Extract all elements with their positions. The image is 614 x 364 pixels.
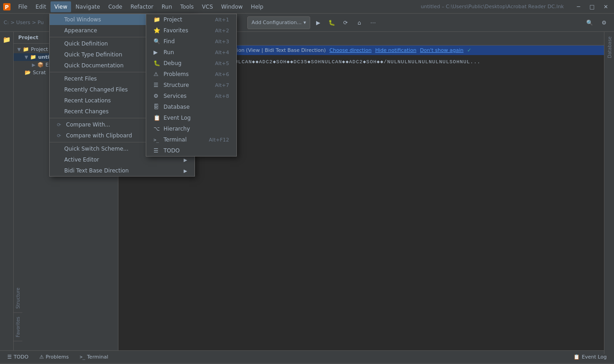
menu-navigate[interactable]: Navigate [72, 1, 104, 12]
terminal-icon: >_ [80, 354, 85, 359]
compare-clipboard-icon: ⟳ [57, 133, 64, 139]
add-config-dropdown-icon: ▾ [303, 20, 306, 25]
tw-hierarchy-icon: ⌥ [154, 126, 162, 132]
title-bar: untitled – C:\Users\Public\Desktop\Acrob… [421, 4, 564, 10]
recent-changes-label: Recent Changes [64, 108, 142, 115]
tw-event-log[interactable]: 📋 Event Log [146, 112, 236, 123]
dont-show-again-button[interactable]: Don't show again [420, 47, 463, 53]
tw-debug-label: Debug [164, 60, 215, 66]
tw-hierarchy[interactable]: ⌥ Hierarchy [146, 123, 236, 134]
tw-run-shortcut: Alt+4 [215, 50, 229, 56]
tw-project[interactable]: 📁 Project Alt+1 [146, 14, 236, 25]
quick-documentation-label: Quick Documentation [64, 62, 159, 69]
run-button[interactable]: ▶ [312, 16, 325, 29]
tw-todo-label: TODO [164, 147, 229, 154]
tw-terminal-icon: >_ [154, 137, 162, 142]
close-btn[interactable]: ✕ [599, 0, 612, 13]
menu-code[interactable]: Code [105, 1, 126, 12]
tree-arrow-2: ▼ [25, 55, 28, 60]
problems-panel-tab[interactable]: ⚠ Problems [36, 353, 72, 361]
tw-structure-shortcut: Alt+7 [215, 82, 229, 88]
tw-favorites-icon: ⭐ [154, 27, 162, 34]
search-everywhere-button[interactable]: 🔍 [583, 16, 596, 29]
menu-help[interactable]: Help [247, 1, 267, 12]
more-button[interactable]: ⋯ [367, 16, 379, 29]
tw-run[interactable]: ▶ Run Alt+4 [146, 47, 236, 58]
tw-find[interactable]: 🔍 Find Alt+3 [146, 36, 236, 47]
active-editor-label: Active Editor [64, 157, 180, 163]
active-editor-arrow-icon: ▶ [184, 157, 187, 162]
tw-structure-icon: ☰ [154, 82, 162, 88]
add-configuration-button[interactable]: Add Configuration... ▾ [247, 16, 310, 29]
bidi-text-arrow-icon: ▶ [184, 168, 187, 173]
terminal-panel-tab[interactable]: >_ Terminal [76, 353, 112, 361]
add-config-label: Add Configuration... [251, 20, 302, 25]
tw-problems-label: Problems [164, 71, 215, 77]
tw-project-shortcut: Alt+1 [215, 17, 229, 23]
tw-database[interactable]: 🗄 Database [146, 101, 236, 112]
favorites-vertical-tab[interactable]: Favorites [14, 313, 22, 341]
tw-terminal[interactable]: >_ Terminal Alt+F12 [146, 134, 236, 145]
event-log-tab[interactable]: 📋 Event Log [570, 353, 610, 361]
tw-problems[interactable]: ⚠ Problems Alt+6 [146, 69, 236, 80]
right-panel-tabs: Database [604, 32, 614, 354]
tw-terminal-label: Terminal [164, 136, 209, 143]
tw-favorites[interactable]: ⭐ Favorites Alt+2 [146, 25, 236, 36]
tw-services-icon: ⚙ [154, 93, 162, 99]
tw-services[interactable]: ⚙ Services Alt+8 [146, 91, 236, 101]
menu-vcs[interactable]: VCS [198, 1, 216, 12]
tw-todo[interactable]: ☰ TODO [146, 145, 236, 156]
view-menu-bidi-text[interactable]: Bidi Text Base Direction ▶ [50, 165, 194, 176]
tw-problems-shortcut: Alt+6 [215, 71, 229, 77]
maximize-btn[interactable]: □ [586, 0, 599, 13]
menu-file[interactable]: File [15, 1, 31, 12]
event-log-label: Event Log [582, 354, 607, 360]
project-sidebar-icon[interactable]: 📁 [1, 34, 13, 46]
tree-icon-4: 📂 [25, 70, 31, 76]
debug-button[interactable]: 🐛 [326, 16, 338, 29]
menu-view[interactable]: View [51, 1, 71, 12]
tw-run-label: Run [164, 49, 215, 56]
tw-services-shortcut: Alt+8 [215, 93, 229, 99]
breadcrumb: C: > Users > Pu [4, 20, 44, 25]
menu-run[interactable]: Run [158, 1, 176, 12]
hide-notification-button[interactable]: Hide notification [375, 47, 416, 53]
problems-label: Problems [46, 354, 69, 360]
left-sidebar: 📁 [0, 32, 14, 350]
event-log-icon: 📋 [573, 354, 580, 360]
left-vertical-tabs: Structure Favorites [14, 284, 22, 341]
tw-terminal-shortcut: Alt+F12 [209, 137, 229, 143]
profile-button[interactable]: ⌂ [353, 16, 366, 29]
tree-icon-3: 📦 [37, 62, 44, 68]
settings-button[interactable]: ⚙ [598, 16, 610, 29]
tree-icon: 📁 [23, 46, 29, 52]
compare-with-icon: ⟳ [57, 122, 64, 128]
tw-project-label: Project [164, 16, 215, 23]
tw-services-label: Services [164, 93, 215, 99]
tree-icon-2: 📁 [30, 54, 36, 60]
todo-icon: ☰ [7, 354, 12, 360]
tw-favorites-label: Favorites [164, 27, 215, 34]
structure-vertical-tab[interactable]: Structure [14, 284, 22, 313]
tw-debug-icon: 🐛 [154, 60, 162, 66]
choose-direction-button[interactable]: Choose direction [329, 47, 371, 53]
menu-tools[interactable]: Tools [177, 1, 198, 12]
database-panel-tab[interactable]: Database [604, 32, 614, 63]
terminal-label: Terminal [87, 354, 108, 360]
menu-refactor[interactable]: Refactor [127, 1, 157, 12]
coverage-button[interactable]: ⟳ [339, 16, 352, 29]
svg-text:P: P [5, 4, 9, 10]
tw-project-icon: 📁 [154, 16, 162, 23]
todo-label: TODO [14, 354, 29, 360]
tw-structure-label: Structure [164, 82, 215, 88]
menu-edit[interactable]: Edit [32, 1, 50, 12]
tool-windows-menu[interactable]: 📁 Project Alt+1 ⭐ Favorites Alt+2 🔍 Find… [146, 14, 237, 157]
tw-problems-icon: ⚠ [154, 71, 162, 77]
tw-event-log-icon: 📋 [154, 115, 162, 121]
menu-window[interactable]: Window [218, 1, 246, 12]
todo-panel-tab[interactable]: ☰ TODO [4, 353, 32, 361]
tree-arrow-3: ▶ [32, 62, 36, 67]
tw-structure[interactable]: ☰ Structure Alt+7 [146, 80, 236, 91]
tw-debug[interactable]: 🐛 Debug Alt+5 [146, 58, 236, 69]
minimize-btn[interactable]: ─ [572, 0, 585, 13]
